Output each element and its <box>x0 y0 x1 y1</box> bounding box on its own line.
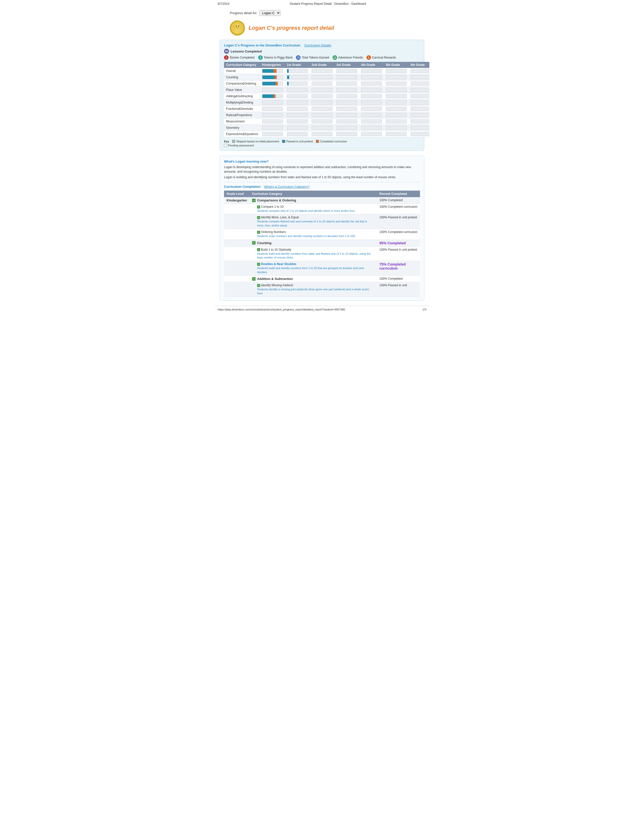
percent-cell: 100% Passed in unit pretest <box>377 214 420 229</box>
table-row: Expressions&Equations <box>224 131 429 137</box>
curriculum-table: Curriculum Category Kindergarten 1st Gra… <box>224 62 429 137</box>
table-row: − Build 1 to 10 Optimally Students build… <box>224 246 420 261</box>
minus-icon: − <box>252 241 256 244</box>
card-top-row: Logan C's Progress in the DreamBox Curri… <box>224 43 420 47</box>
bar-cell-5 <box>384 74 409 80</box>
table-row: Counting <box>224 74 429 80</box>
progress-selector: Progress detail for: Logan C <box>215 8 429 18</box>
curriculum-details-link[interactable]: Curriculum Details <box>304 43 331 47</box>
percent-cell: 95% Completed <box>377 240 420 246</box>
learning-card: What's Logan learning now? Logan is deve… <box>220 156 424 301</box>
sub-item-desc: Students order numbers and identify miss… <box>257 234 374 238</box>
progress-selector-label: Progress detail for: <box>230 11 258 15</box>
stat-stories: 1 Stories Completed <box>224 55 254 60</box>
stories-label: Stories Completed <box>230 56 254 60</box>
sub-item-name: − Compare 1 to 10 <box>257 205 374 209</box>
sub-item-name: − Identify More, Less, & Equal <box>257 215 374 219</box>
grade-cell-empty <box>224 240 250 246</box>
legend-row-pending: Pending assessment <box>224 144 420 147</box>
percent-cell: 100% Completed <box>377 197 420 204</box>
tokens-bank-label: Tokens in Piggy Bank <box>264 56 293 60</box>
percent-cell: 100% Passed in unit <box>377 282 420 297</box>
col-header-3: 3rd Grade <box>334 62 359 68</box>
sub-item-name: − Build 1 to 10 Optimally <box>257 248 374 251</box>
bar-cell-1 <box>285 74 310 80</box>
minus-icon: − <box>252 199 256 202</box>
tokens-earned-label: Total Tokens Earned <box>301 56 329 60</box>
table-row: Geometry <box>224 125 429 131</box>
table-row: Kindergarten − Comparisons & Ordering 10… <box>224 197 420 204</box>
legend-pretest-label: Passed in unit pretest <box>286 140 313 143</box>
grade-cell-empty <box>224 261 250 276</box>
bar-cell-k <box>260 93 285 100</box>
carnival-badge: 1 <box>367 55 371 60</box>
category-name-label: Counting <box>257 241 272 245</box>
category-cell: Ratios&Proportions <box>224 112 260 118</box>
legend-pending-label: Pending assessment <box>228 144 254 147</box>
sub-item-desc: Students compare sets of 1 to 10 objects… <box>257 209 374 213</box>
svg-point-4 <box>238 26 239 26</box>
minus-icon: − <box>252 277 256 281</box>
table-row: Multiplying&Dividing <box>224 100 429 106</box>
stat-carnival: 1 Carnival Rewards <box>367 55 396 60</box>
student-select[interactable]: Logan C <box>259 10 280 16</box>
category-cell: − Counting <box>250 240 377 246</box>
adventure-badge: 12 <box>333 55 337 60</box>
minus-icon-sub: − <box>257 284 260 287</box>
percent-cell: 100% Completed <box>377 276 420 282</box>
sub-item-name: − Ordering Numbers <box>257 230 374 234</box>
grade-cell-empty <box>224 246 250 261</box>
completion-table-header-row: Grade Level Curriculum Category Percent … <box>224 191 420 197</box>
bar-cell-k <box>260 80 285 87</box>
minus-icon-sub: − <box>257 263 260 266</box>
grade-cell-empty <box>224 229 250 240</box>
table-row: − Doubles & Near Doubles Students build … <box>224 261 420 276</box>
table-row: Place Value <box>224 87 429 93</box>
avatar <box>230 21 245 35</box>
category-cell: Counting <box>224 74 260 80</box>
col-header-6: 6th Grade <box>409 62 429 68</box>
student-header: Logan C's progress report detail <box>215 18 429 40</box>
stat-tokens-earned: 25 Total Tokens Earned <box>296 55 329 60</box>
page-footer: https://play.dreambox.com/schools/teache… <box>215 306 429 313</box>
sub-item-cell: − Ordering Numbers Students order number… <box>250 229 377 240</box>
learning-desc-1: Logan is developing understanding of usi… <box>224 165 420 174</box>
completion-title: Curriculum Completion <box>224 185 260 188</box>
stories-badge: 1 <box>224 55 229 60</box>
legend-skipped: Skipped based on initial placement <box>232 140 279 143</box>
bar-cell-2 <box>310 74 334 80</box>
sub-item-cell: − Identify More, Less, & Equal Students … <box>250 214 377 229</box>
legend-completed-label: Completed curriculum <box>320 140 347 143</box>
bar-cell-4 <box>359 74 384 80</box>
tokens-bank-badge: 3 <box>258 55 262 60</box>
col-percent-completed: Percent Completed <box>377 191 420 197</box>
page-header: 8/7/2014 Student Progress Report Detail … <box>215 0 429 8</box>
completion-link[interactable]: What's a Curriculum Category? <box>264 185 309 188</box>
col-grade-level: Grade Level <box>224 191 250 197</box>
carnival-label: Carnival Rewards <box>372 56 396 60</box>
col-header-k: Kindergarten <box>260 62 285 68</box>
footer-page: 1/3 <box>422 308 426 311</box>
legend-skipped-label: Skipped based on initial placement <box>236 140 279 143</box>
minus-icon-sub: − <box>257 206 260 209</box>
category-cell: Place Value <box>224 87 260 93</box>
stat-adventure: 12 Adventure Friends <box>333 55 363 60</box>
minus-icon-sub: − <box>257 248 260 251</box>
bar-cell-5 <box>384 80 409 87</box>
legend-key-label: Key <box>224 140 229 143</box>
sub-item-name: − Identify Missing Addend <box>257 283 374 287</box>
bar-cell-k <box>260 68 285 74</box>
table-row: Ratios&Proportions <box>224 112 429 118</box>
sub-item-cell: − Compare 1 to 10 Students compare sets … <box>250 204 377 214</box>
stats-row: 1 Stories Completed 3 Tokens in Piggy Ba… <box>224 55 420 60</box>
svg-point-2 <box>234 28 241 33</box>
grade-cell-empty <box>224 276 250 282</box>
table-row: Fractions&Decimals <box>224 106 429 112</box>
lessons-count-badge: 66 <box>224 49 229 54</box>
percent-purple: 95% Completed <box>379 241 406 245</box>
sub-item-cell: − Doubles & Near Doubles Students build … <box>250 261 377 276</box>
bar-cell-k <box>260 74 285 80</box>
bar-cell-6 <box>409 80 429 87</box>
category-cell: Multiplying&Dividing <box>224 100 260 106</box>
svg-point-3 <box>236 26 237 26</box>
